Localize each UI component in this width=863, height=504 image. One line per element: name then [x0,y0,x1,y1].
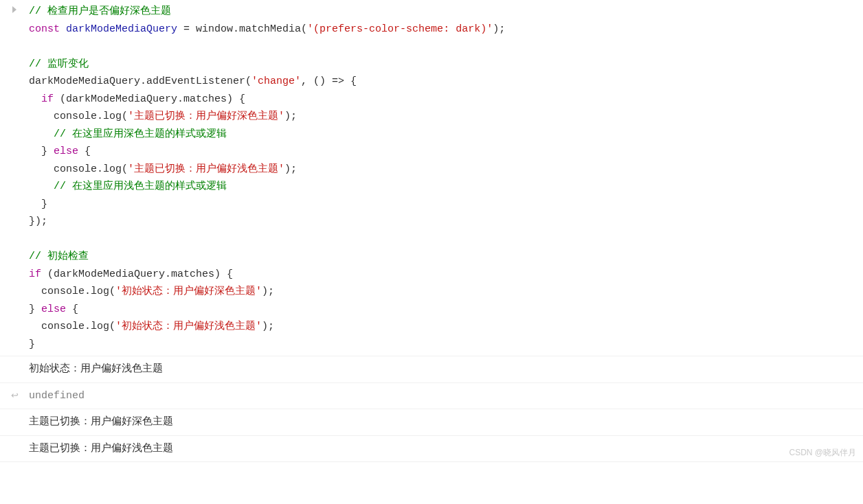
console-log-row: 主题已切换：用户偏好深色主题 [0,409,863,436]
console-return-row: ↩ undefined [0,383,863,410]
return-value: undefined [29,386,863,406]
log-message: 主题已切换：用户偏好浅色主题 [29,439,863,459]
console-log-row: 初始状态：用户偏好浅色主题 [0,356,863,383]
log-gutter [0,439,29,459]
watermark-text: CSDN @晓风伴月 [789,446,856,459]
console-log-row: 主题已切换：用户偏好浅色主题 [0,436,863,463]
log-message: 初始状态：用户偏好浅色主题 [29,359,863,380]
log-gutter [0,359,29,380]
return-prompt-icon: ↩ [0,386,29,406]
log-gutter [0,412,29,433]
log-message: 主题已切换：用户偏好深色主题 [29,412,863,433]
console-input-row[interactable]: // 检查用户是否偏好深色主题 const darkModeMediaQuery… [0,0,863,356]
input-prompt-icon [0,3,29,353]
code-input-area[interactable]: // 检查用户是否偏好深色主题 const darkModeMediaQuery… [29,3,863,353]
